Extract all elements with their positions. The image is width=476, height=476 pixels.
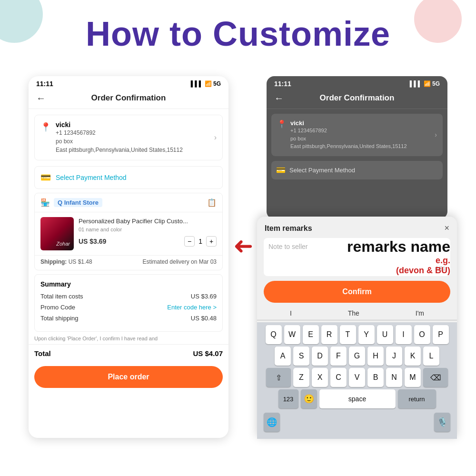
item-cost-value: US $3.69 bbox=[191, 293, 217, 300]
qty-plus-btn[interactable]: + bbox=[206, 236, 217, 247]
promo-value[interactable]: Enter code here > bbox=[167, 304, 217, 311]
location-icon-right: 📍 bbox=[277, 119, 287, 129]
key-v[interactable]: V bbox=[349, 368, 365, 387]
key-g[interactable]: G bbox=[349, 347, 365, 366]
back-arrow-right[interactable]: ← bbox=[274, 93, 284, 104]
key-u[interactable]: U bbox=[377, 325, 393, 344]
phone-right: 11:11 ▌▌▌ 📶 5G ← Order Confirmation 📍 vi… bbox=[267, 76, 447, 219]
key-t[interactable]: T bbox=[340, 325, 356, 344]
total-amount: US $4.07 bbox=[193, 349, 223, 357]
red-arrow-indicator: ➜ bbox=[233, 233, 253, 261]
page-header-left: ← Order Confirmation bbox=[29, 89, 228, 109]
key-y[interactable]: Y bbox=[358, 325, 375, 344]
page-title-right: Order Confirmation bbox=[320, 93, 395, 103]
address-content-right: vicki +1 1234567892 po box East pittsbur… bbox=[290, 119, 431, 150]
product-image: Zohar bbox=[40, 217, 74, 250]
keyboard-suggestions: I The I'm bbox=[257, 307, 457, 320]
remarks-counter: 0/51 bbox=[436, 266, 446, 271]
summary-item-cost: Total item costs US $3.69 bbox=[40, 293, 217, 300]
product-price: US $3.69 bbox=[79, 238, 106, 245]
key-r[interactable]: R bbox=[321, 325, 337, 344]
key-shift[interactable]: ⇧ bbox=[266, 368, 291, 387]
product-row: Zohar Personalized Baby Pacifier Clip Cu… bbox=[35, 212, 222, 255]
address-card-right[interactable]: 📍 vicki +1 1234567892 po box East pittsb… bbox=[271, 114, 443, 156]
total-shipping-value: US $0.48 bbox=[191, 315, 217, 322]
delivery-text: Estimated delivery on Mar 03 bbox=[143, 258, 217, 265]
key-z[interactable]: Z bbox=[293, 368, 309, 387]
page-header-right: ← Order Confirmation bbox=[267, 89, 447, 109]
address-chevron-right: › bbox=[435, 131, 437, 139]
status-bar-left: 11:11 ▌▌▌ 📶 5G bbox=[29, 76, 228, 89]
note-icon[interactable]: 📋 bbox=[207, 198, 217, 207]
status-icons-left: ▌▌▌ 📶 5G bbox=[191, 80, 221, 87]
back-arrow-left[interactable]: ← bbox=[36, 93, 46, 104]
address-po-right: po box bbox=[290, 135, 431, 143]
qty-minus-btn[interactable]: − bbox=[184, 236, 195, 247]
address-po-left: po box bbox=[56, 137, 209, 146]
remarks-placeholder: Note to seller bbox=[268, 243, 307, 250]
suggestion-im[interactable]: I'm bbox=[416, 309, 424, 317]
shipping-label: Shipping: bbox=[40, 258, 67, 265]
address-card-left[interactable]: 📍 vicki +1 1234567892 po box East pittsb… bbox=[34, 115, 223, 160]
remarks-textarea-area[interactable]: Note to seller 0/51 bbox=[264, 238, 450, 276]
key-space[interactable]: space bbox=[319, 389, 396, 408]
shipping-row: Shipping: US $1.48 Estimated delivery on… bbox=[35, 255, 222, 270]
item-cost-label: Total item costs bbox=[40, 293, 83, 300]
key-f[interactable]: F bbox=[330, 347, 347, 366]
key-s[interactable]: S bbox=[293, 347, 309, 366]
payment-text-left: Select Payment Method bbox=[56, 174, 127, 181]
disclaimer-text: Upon clicking 'Place Order', I confirm I… bbox=[34, 336, 223, 341]
address-phone-left: +1 1234567892 bbox=[56, 129, 209, 137]
key-b[interactable]: B bbox=[367, 368, 384, 387]
key-h[interactable]: H bbox=[367, 347, 384, 366]
key-n[interactable]: N bbox=[386, 368, 402, 387]
payment-icon-right: 💳 bbox=[276, 166, 286, 175]
suggestion-i[interactable]: I bbox=[290, 309, 292, 317]
key-p[interactable]: P bbox=[433, 325, 449, 344]
key-globe[interactable]: 🌐 bbox=[264, 413, 280, 432]
key-x[interactable]: X bbox=[312, 368, 328, 387]
key-q[interactable]: Q bbox=[266, 325, 282, 344]
store-header-left: 🏪 Q Infant Store 📋 bbox=[35, 193, 222, 212]
key-w[interactable]: W bbox=[284, 325, 300, 344]
address-name-left: vicki bbox=[56, 121, 209, 129]
store-section-left: 🏪 Q Infant Store 📋 Zohar Personalized Ba… bbox=[34, 193, 223, 270]
store-icon: 🏪 bbox=[40, 198, 50, 207]
product-img-label: Zohar bbox=[56, 241, 70, 247]
store-badge[interactable]: Q Infant Store bbox=[54, 198, 102, 207]
key-return[interactable]: return bbox=[398, 389, 436, 408]
summary-promo[interactable]: Promo Code Enter code here > bbox=[40, 304, 217, 311]
keyboard-row-2: A S D F G H J K L bbox=[259, 347, 455, 366]
summary-title: Summary bbox=[40, 280, 217, 288]
key-delete[interactable]: ⌫ bbox=[423, 368, 448, 387]
main-title: How to Customize bbox=[0, 14, 476, 53]
keyboard: Q W E R T Y U I O P A S D F G H J K L ⇧ … bbox=[257, 322, 457, 439]
key-o[interactable]: O bbox=[414, 325, 430, 344]
store-name-row: 🏪 Q Infant Store bbox=[40, 198, 102, 207]
address-name-right: vicki bbox=[290, 119, 431, 127]
address-chevron-left: › bbox=[214, 133, 217, 142]
remarks-title: Item remarks bbox=[265, 224, 312, 233]
key-d[interactable]: D bbox=[312, 347, 328, 366]
key-j[interactable]: J bbox=[386, 347, 402, 366]
place-order-button[interactable]: Place order bbox=[34, 366, 223, 388]
time-right: 11:11 bbox=[274, 80, 291, 88]
key-mic[interactable]: 🎙️ bbox=[434, 413, 450, 432]
payment-row-left[interactable]: 💳 Select Payment Method bbox=[34, 166, 223, 189]
key-e[interactable]: E bbox=[303, 325, 319, 344]
key-123[interactable]: 123 bbox=[278, 389, 298, 408]
payment-text-right: Select Payment Method bbox=[289, 167, 355, 174]
remarks-header: Item remarks × bbox=[257, 217, 457, 238]
key-i[interactable]: I bbox=[396, 325, 412, 344]
key-k[interactable]: K bbox=[405, 347, 421, 366]
key-emoji[interactable]: 🙂 bbox=[301, 389, 317, 408]
key-c[interactable]: C bbox=[330, 368, 347, 387]
key-l[interactable]: L bbox=[423, 347, 439, 366]
payment-row-right[interactable]: 💳 Select Payment Method bbox=[271, 161, 443, 179]
key-m[interactable]: M bbox=[405, 368, 421, 387]
keyboard-row-1: Q W E R T Y U I O P bbox=[259, 325, 455, 344]
confirm-button[interactable]: Confirm bbox=[264, 281, 450, 303]
suggestion-the[interactable]: The bbox=[348, 309, 359, 317]
key-a[interactable]: A bbox=[275, 347, 291, 366]
remarks-close-button[interactable]: × bbox=[444, 223, 449, 233]
